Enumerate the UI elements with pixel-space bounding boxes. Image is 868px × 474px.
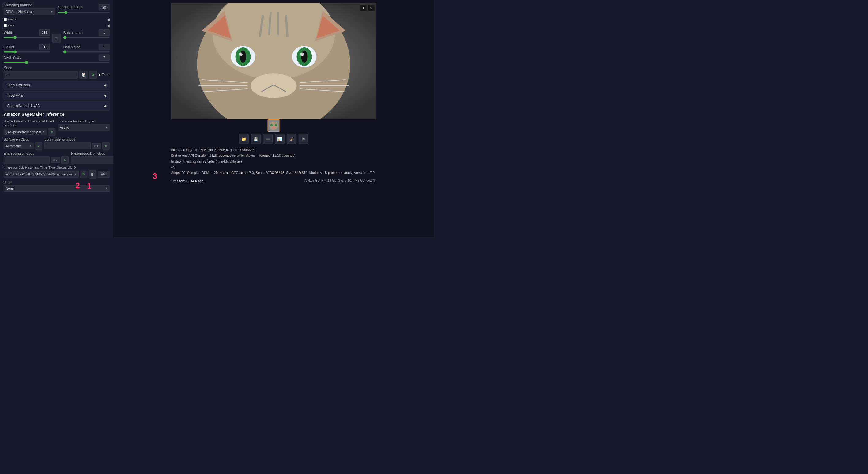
- refiner-label: Refiner: [8, 25, 15, 27]
- batch-count-label: Batch count: [63, 31, 83, 35]
- tiled-vae-section[interactable]: Tiled VAE ◀: [4, 91, 110, 100]
- tiled-vae-label: Tiled VAE: [7, 93, 23, 98]
- lora-input[interactable]: [45, 143, 91, 150]
- embedding-refresh-button[interactable]: ↻: [61, 156, 69, 164]
- cfg-scale-value: 7: [99, 55, 110, 61]
- inference-id-text: Inference id is 1bbd5d51-9dc8-4895-97ab-…: [171, 147, 376, 153]
- job-history-label: Inference Job Histories: Time-Type-Statu…: [4, 166, 110, 170]
- left-panel: Sampling method DPM++ 2M Karras ▼ Sampli…: [0, 0, 113, 237]
- prompt-text: cat: [171, 164, 376, 170]
- hypernetwork-input[interactable]: [71, 157, 113, 163]
- seed-recycle-button[interactable]: ♻: [89, 71, 97, 79]
- checkpoint-select[interactable]: v1-5-pruned-emaonly.safetensors: [4, 129, 47, 135]
- sd-vae-label: SD Vae on Cloud: [4, 137, 42, 141]
- params-text: Steps: 20, Sampler: DPM++ 2M Karras, CFG…: [171, 170, 376, 176]
- right-panel: ⬇ ✕ 📁 💾 ➖ 📊 🖌 ⚑: [113, 0, 434, 237]
- width-slider[interactable]: [4, 37, 50, 38]
- watermark-button[interactable]: ⚑: [299, 134, 308, 144]
- script-select[interactable]: None: [4, 185, 110, 192]
- send-to-img2img-button[interactable]: 📁: [239, 134, 249, 144]
- time-label: Time taken:: [171, 179, 189, 183]
- send-to-extras-button[interactable]: 📊: [275, 134, 284, 144]
- inference-type-select[interactable]: Async: [58, 124, 110, 131]
- sampling-steps-label: Sampling steps: [58, 5, 83, 9]
- svg-point-15: [300, 53, 304, 56]
- sd-vae-select[interactable]: Automatic: [4, 143, 34, 150]
- batch-size-value: 1: [99, 44, 110, 50]
- job-history-delete-button[interactable]: 🗑 1: [89, 170, 96, 179]
- embedding-clear-button[interactable]: ✕▼: [51, 157, 60, 163]
- svg-point-17: [251, 73, 297, 98]
- extra-checkbox[interactable]: [98, 74, 100, 76]
- tiled-vae-arrow-icon: ◀: [103, 93, 106, 98]
- hires-fix-arrow-icon: ◀: [107, 18, 110, 22]
- seed-dice-button[interactable]: 🎲: [79, 71, 87, 79]
- refiner-checkbox[interactable]: [4, 24, 7, 27]
- zip-button[interactable]: ➖: [263, 134, 273, 144]
- controlnet-arrow-icon: ◀: [103, 104, 106, 108]
- endpoint-text: Endpoint: esd-async-97fce5e (ml.g4dn.2xl…: [171, 158, 376, 164]
- svg-point-33: [275, 124, 277, 126]
- svg-point-32: [271, 124, 273, 126]
- batch-count-value: 1: [99, 30, 110, 36]
- height-value: 512: [39, 44, 50, 50]
- cfg-scale-slider[interactable]: [4, 62, 110, 63]
- memory-info: A: 4.02 GB, R: 4.14 GB, Sys: 5.1/14.749 …: [305, 179, 376, 183]
- seed-label: Seed: [4, 66, 110, 70]
- tiled-diffusion-label: Tiled Diffusion: [7, 83, 30, 87]
- duration-text: End-to-end API Duration: 11.28 seconds (…: [171, 153, 376, 159]
- height-slider[interactable]: [4, 52, 50, 53]
- hires-fix-checkbox[interactable]: [4, 18, 7, 21]
- tiled-diffusion-section[interactable]: Tiled Diffusion ◀: [4, 81, 110, 90]
- action-buttons-row: 📁 💾 ➖ 📊 🖌 ⚑: [239, 134, 308, 144]
- controlnet-label: ControlNet v1.1.423: [7, 104, 40, 108]
- width-label: Width: [4, 31, 13, 35]
- checkpoint-label: Stable Diffusion Checkpoint Used on Clou…: [4, 119, 56, 127]
- image-thumbnail[interactable]: [268, 119, 280, 132]
- sd-vae-refresh-button[interactable]: ↻: [35, 143, 42, 150]
- tiled-diffusion-arrow-icon: ◀: [103, 83, 106, 87]
- swap-dimensions-button[interactable]: ⇅: [52, 34, 61, 42]
- interrogate-button[interactable]: 🖌: [287, 134, 297, 144]
- batch-count-slider[interactable]: [63, 37, 110, 38]
- lora-refresh-button[interactable]: ↻: [102, 143, 110, 150]
- svg-point-11: [239, 53, 243, 56]
- hires-fix-label: Hires. fix: [8, 19, 16, 21]
- svg-point-14: [301, 51, 308, 63]
- extra-label: Extra: [102, 73, 110, 77]
- save-button[interactable]: 💾: [251, 134, 261, 144]
- sampling-method-select[interactable]: DPM++ 2M Karras: [4, 8, 55, 15]
- sagemaker-title: Amazon SageMaker Inference: [4, 112, 110, 117]
- job-history-refresh-button[interactable]: ↻ 2: [80, 171, 87, 178]
- lora-clear-button[interactable]: ✕▼: [92, 143, 101, 149]
- embedding-label: Embedding on cloud: [4, 152, 69, 156]
- image-close-button[interactable]: ✕: [368, 5, 375, 11]
- sampling-method-label: Sampling method: [4, 3, 55, 7]
- batch-size-slider[interactable]: [63, 52, 110, 53]
- seed-input[interactable]: [4, 71, 78, 79]
- api-button[interactable]: API: [98, 171, 110, 178]
- svg-line-7: [286, 15, 288, 37]
- checkpoint-refresh-button[interactable]: ↻: [48, 128, 56, 136]
- svg-point-10: [240, 51, 246, 63]
- svg-point-34: [272, 127, 275, 129]
- controlnet-section[interactable]: ControlNet v1.1.423 ◀: [4, 102, 110, 110]
- time-taken: Time taken: 14.6 sec.: [171, 179, 205, 183]
- embedding-input[interactable]: [4, 157, 50, 163]
- lora-label: Lora model on cloud: [45, 137, 110, 141]
- sampling-steps-slider[interactable]: [58, 12, 110, 13]
- width-value: 512: [39, 30, 50, 36]
- image-download-button[interactable]: ⬇: [360, 5, 367, 11]
- batch-size-label: Batch size: [63, 45, 80, 49]
- generated-image: [171, 3, 376, 119]
- script-label: Script: [4, 180, 110, 184]
- hypernetwork-label: Hypernetwork on cloud: [71, 152, 113, 156]
- cfg-scale-label: CFG Scale: [4, 56, 22, 60]
- height-label: Height: [4, 45, 14, 49]
- thumbnail-row: [268, 119, 280, 132]
- job-history-select[interactable]: 2024-02-19 03:56:32.914549-->txt2img-->s…: [4, 171, 79, 178]
- extra-toggle[interactable]: Extra: [98, 73, 109, 77]
- inference-info: Inference id is 1bbd5d51-9dc8-4895-97ab-…: [171, 147, 376, 176]
- sampling-steps-value: 20: [99, 4, 110, 10]
- inference-type-label: Inference Endpoint Type: [58, 119, 110, 123]
